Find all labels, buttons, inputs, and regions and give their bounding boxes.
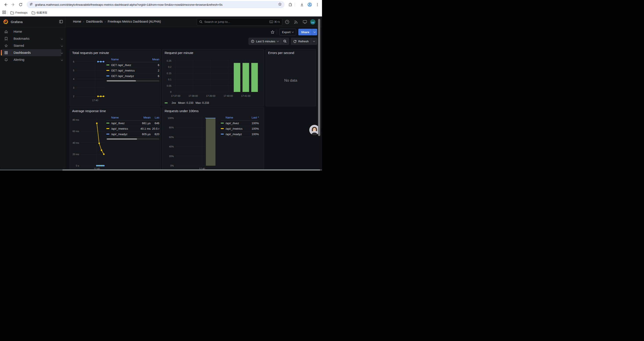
panel-title[interactable]: Request per minute — [164, 51, 193, 55]
news-rss-icon[interactable] — [293, 19, 298, 25]
refresh-button[interactable]: Refresh — [291, 38, 311, 45]
legend-row[interactable]: /api/_/livez100% — [221, 121, 259, 126]
series-stat: Max: 0.233 — [196, 101, 209, 104]
bookmarks-bar: Freeleaps 收藏博客 — [0, 9, 322, 17]
legend-column-header[interactable]: Name — [106, 58, 147, 61]
bookmark-folder-freeleaps[interactable]: Freeleaps — [10, 11, 28, 15]
chevron-down-icon[interactable] — [61, 45, 63, 47]
legend-table[interactable]: NameLast */api/_/livez100%/api/_/metrics… — [221, 116, 259, 137]
apps-grid-icon[interactable] — [2, 10, 6, 15]
legend-value: 605 µs — [135, 133, 150, 136]
export-button[interactable]: Export — [279, 29, 296, 35]
breadcrumb-dashboards[interactable]: Dashboards — [86, 20, 103, 23]
breadcrumb-separator: › — [105, 20, 106, 23]
breadcrumb-separator: › — [83, 20, 84, 23]
series-name: /api/_/livez — [111, 122, 124, 125]
sidebar-nav: Home Bookmarks Starred Dashboards Alerti — [0, 28, 65, 63]
bookmark-label: 收藏博客 — [36, 11, 48, 15]
chevron-down-icon[interactable] — [61, 59, 63, 61]
svg-text:17:40: 17:40 — [92, 99, 98, 102]
favorite-star-icon[interactable] — [270, 30, 275, 34]
legend-row[interactable]: /api/_/readyz100% — [221, 131, 259, 137]
dock-menu-icon[interactable] — [59, 20, 63, 24]
panel-errors-per-second: Errors per second No data — [266, 49, 316, 106]
sidebar-item-bookmarks[interactable]: Bookmarks — [2, 35, 62, 42]
bookmark-icon — [4, 37, 8, 41]
bar-chart: 00.050.10.150.20.2517:37:0017:38:0017:39… — [164, 56, 262, 101]
legend-row[interactable]: GET /api/_/livez6 — [106, 62, 159, 68]
brand-name: Grafana — [11, 20, 22, 24]
legend-inline[interactable]: 2xxMean: 0.233Max: 0.233 — [164, 101, 209, 104]
legend-table[interactable]: NameMeanLas/api/_/livez661 µs646/api/_/m… — [106, 116, 159, 140]
browser-menu-icon[interactable] — [314, 2, 320, 8]
search-input[interactable] — [204, 20, 270, 24]
monitor-icon[interactable] — [302, 19, 308, 25]
horizontal-scrollbar[interactable] — [62, 169, 320, 171]
sidebar-item-dashboards[interactable]: Dashboards — [2, 49, 62, 56]
legend-column-header[interactable]: Name — [221, 116, 246, 119]
profile-icon[interactable] — [307, 2, 313, 8]
svg-text:80%: 80% — [169, 126, 174, 129]
legend-column-header[interactable]: Las — [150, 116, 159, 119]
sidebar-item-home[interactable]: Home — [2, 28, 62, 35]
chevron-down-icon[interactable] — [61, 52, 63, 54]
svg-text:0.25: 0.25 — [167, 60, 172, 62]
sidebar-item-alerting[interactable]: Alerting — [2, 56, 62, 63]
back-icon[interactable] — [3, 2, 9, 8]
panel-title[interactable]: Errors per second — [268, 51, 294, 55]
series-name: /api/_/readyz — [111, 133, 127, 136]
breadcrumb-home[interactable]: Home — [73, 20, 81, 23]
bookmark-folder-blogs[interactable]: 收藏博客 — [32, 11, 48, 15]
reload-icon[interactable] — [18, 2, 24, 8]
chevron-down-icon[interactable] — [61, 38, 63, 40]
svg-text:0.1: 0.1 — [168, 78, 172, 81]
svg-text:0.2: 0.2 — [168, 66, 172, 68]
bell-icon — [4, 58, 8, 62]
legend-row[interactable]: GET /api/_/readyz6 — [106, 73, 159, 79]
legend-column-header[interactable]: Mean — [147, 58, 159, 61]
legend-column-header[interactable]: Last * — [246, 116, 259, 119]
share-menu-button[interactable] — [312, 29, 317, 35]
help-icon[interactable]: ? — [284, 19, 290, 25]
series-swatch — [221, 128, 224, 129]
series-swatch — [106, 134, 110, 135]
time-range-button[interactable]: Last 5 minutes — [249, 38, 281, 45]
breadcrumb-current: Freeleaps Metrics Dashboard (ALPHA) — [108, 20, 161, 23]
panel-title[interactable]: Average response time — [72, 109, 106, 113]
dashboard-actions: Export Share — [270, 29, 317, 36]
user-avatar[interactable] — [310, 19, 316, 25]
extensions-icon[interactable] — [287, 2, 293, 8]
bookmark-star-icon[interactable] — [278, 2, 282, 7]
forward-icon[interactable] — [10, 2, 16, 8]
legend-scrollbar[interactable] — [106, 138, 159, 140]
vertical-scrollbar[interactable] — [318, 19, 320, 136]
legend-row[interactable]: /api/_/livez661 µs646 — [106, 121, 159, 126]
bookmark-label: Freeleaps — [15, 11, 28, 14]
panel-title[interactable]: Requests under 100ms — [164, 109, 198, 113]
search-input-wrap[interactable]: ⌘+k — [197, 18, 282, 26]
legend-row[interactable]: /api/_/readyz605 µs620 — [106, 131, 159, 137]
chevron-down-icon — [277, 40, 279, 42]
legend-value: 20.5 r — [150, 127, 159, 130]
legend-row[interactable]: /api/_/metrics40.1 ms20.5 r — [106, 126, 159, 131]
legend-row[interactable]: GET /api/_/metrics2 — [106, 68, 159, 73]
site-settings-icon[interactable] — [29, 3, 33, 7]
series-swatch — [106, 70, 110, 71]
legend-value: 2 — [147, 69, 159, 72]
legend-scrollbar[interactable] — [106, 80, 159, 82]
share-button[interactable]: Share — [298, 29, 317, 35]
series-name: /api/_/livez — [226, 122, 239, 125]
url-bar[interactable]: grafana.mathmast.com/d/deytv4rwavabkb/fr… — [27, 1, 284, 8]
downloads-icon[interactable] — [299, 2, 305, 8]
legend-table[interactable]: NameMeanGET /api/_/livez6GET /api/_/metr… — [106, 58, 159, 82]
refresh-interval-button[interactable] — [311, 38, 317, 45]
legend-column-header[interactable]: Mean — [135, 116, 150, 119]
grafana-brand[interactable]: Grafana — [3, 19, 22, 25]
legend-column-header[interactable]: Name — [106, 116, 135, 119]
zoom-out-button[interactable] — [281, 38, 289, 45]
legend-value: 620 — [150, 133, 159, 136]
legend-row[interactable]: /api/_/metrics100% — [221, 126, 259, 131]
series-name[interactable]: 2xx — [172, 101, 176, 104]
sidebar-item-starred[interactable]: Starred — [2, 42, 62, 49]
panel-title[interactable]: Total requests per minute — [72, 51, 109, 55]
